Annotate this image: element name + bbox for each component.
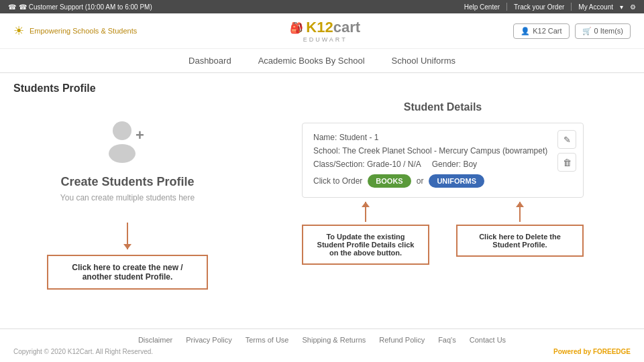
logo-k12: K12 xyxy=(306,19,333,36)
click-to-order-label: Click to Order xyxy=(313,176,362,186)
student-school: School: The Creek Planet School - Mercur… xyxy=(313,146,572,156)
help-center-link[interactable]: Help Center xyxy=(464,3,500,11)
support-text: ☎ Customer Support (10:00 AM to 6:00 PM) xyxy=(19,3,152,11)
footer: Disclaimer Privacy Policy Terms of Use S… xyxy=(0,328,644,362)
or-label: or xyxy=(417,176,424,186)
track-order-link[interactable]: Track your Order xyxy=(514,3,564,11)
footer-faq[interactable]: Faq's xyxy=(438,336,456,344)
nav-dashboard[interactable]: Dashboard xyxy=(189,56,231,66)
footer-disclaimer[interactable]: Disclaimer xyxy=(138,336,172,344)
update-callout[interactable]: To Update the existing Student Profile D… xyxy=(302,225,429,265)
arrow-down xyxy=(127,223,128,249)
top-bar-actions: Help Center Track your Order My Account … xyxy=(464,3,636,11)
logo-eduwart: EDUWART xyxy=(303,36,347,43)
student-details-panel: Student Details ✎ 🗑 Name: Student - 1 Sc… xyxy=(255,101,631,303)
arrowhead xyxy=(123,244,131,249)
svg-point-0 xyxy=(113,121,131,140)
create-profile-panel: + Create Students Profile You can create… xyxy=(13,101,241,303)
section-title: Student Details xyxy=(262,101,624,113)
cart-icon: 🛒 xyxy=(582,27,592,36)
mascot-icon: 🎒 xyxy=(290,21,303,34)
footer-terms[interactable]: Terms of Use xyxy=(246,336,289,344)
copyright: Copyright © 2020 K12Cart. All Right Rese… xyxy=(13,348,153,355)
footer-bottom: Copyright © 2020 K12Cart. All Right Rese… xyxy=(13,348,631,355)
page-title: Students Profile xyxy=(13,82,631,95)
sun-icon: ☀ xyxy=(13,23,24,38)
main-nav: Dashboard Academic Books By School Schoo… xyxy=(0,49,644,73)
content-area: + Create Students Profile You can create… xyxy=(13,101,631,303)
top-bar: ☎ ☎ Customer Support (10:00 AM to 6:00 P… xyxy=(0,0,644,13)
delete-arrow-stem xyxy=(519,202,521,222)
books-button[interactable]: BOOKS xyxy=(368,174,411,188)
student-class-gender: Class/Section: Grade-10 / N/A Gender: Bo… xyxy=(313,160,572,169)
create-callout[interactable]: Click here to create the new / another s… xyxy=(47,255,208,290)
logo-area: 🎒 K12 cart EDUWART xyxy=(290,19,360,43)
tagline: Empowering Schools & Students xyxy=(30,27,137,35)
footer-refund[interactable]: Refund Policy xyxy=(379,336,425,344)
footer-links: Disclaimer Privacy Policy Terms of Use S… xyxy=(13,336,631,344)
delete-callout[interactable]: Click here to Delete the Student Profile… xyxy=(456,225,584,257)
page-content: Students Profile + Create Students Profi… xyxy=(0,73,644,312)
nav-books-by-school[interactable]: Academic Books By School xyxy=(258,56,365,66)
student-name: Name: Student - 1 xyxy=(313,133,572,142)
logo-main: 🎒 K12 cart xyxy=(290,19,360,36)
tagline-area: ☀ Empowering Schools & Students xyxy=(13,23,137,38)
edit-button[interactable]: ✎ xyxy=(557,130,576,149)
create-subtitle: You can create multiple students here xyxy=(60,193,195,202)
delete-arrowhead xyxy=(516,202,524,207)
uniforms-button[interactable]: UNIFORMS xyxy=(429,174,484,188)
divider xyxy=(506,3,507,11)
svg-point-1 xyxy=(109,144,136,163)
card-actions: ✎ 🗑 xyxy=(557,130,576,172)
divider2 xyxy=(571,3,572,11)
chevron-icon: ▾ xyxy=(620,3,623,11)
create-title: Create Students Profile xyxy=(60,175,194,189)
update-callout-group: To Update the existing Student Profile D… xyxy=(302,202,429,265)
update-arrowhead xyxy=(362,202,370,207)
header: ☀ Empowering Schools & Students 🎒 K12 ca… xyxy=(0,13,644,49)
k12cart-button[interactable]: 👤 K12 Cart xyxy=(513,23,569,39)
student-card: ✎ 🗑 Name: Student - 1 School: The Creek … xyxy=(302,123,584,198)
nav-uniforms[interactable]: School Uniforms xyxy=(392,56,455,66)
logo: 🎒 K12 cart EDUWART xyxy=(290,19,360,43)
footer-contact[interactable]: Contact Us xyxy=(470,336,506,344)
footer-shipping[interactable]: Shipping & Returns xyxy=(302,336,366,344)
powered-brand: FOREEDGE xyxy=(593,348,631,355)
header-buttons: 👤 K12 Cart 🛒 0 Item(s) xyxy=(513,23,631,39)
phone-icon: ☎ xyxy=(8,3,16,11)
support-info: ☎ ☎ Customer Support (10:00 AM to 6:00 P… xyxy=(8,3,152,11)
delete-callout-group: Click here to Delete the Student Profile… xyxy=(456,202,584,257)
delete-button[interactable]: 🗑 xyxy=(557,153,576,172)
update-arrow-stem xyxy=(365,202,366,222)
items-label: 0 Item(s) xyxy=(594,27,623,35)
delete-icon: 🗑 xyxy=(563,158,572,168)
svg-text:+: + xyxy=(136,127,144,143)
arrow-stem xyxy=(127,223,128,249)
edit-icon: ✎ xyxy=(564,135,571,145)
cart-button[interactable]: 🛒 0 Item(s) xyxy=(575,23,631,39)
avatar-icon: + xyxy=(101,115,154,168)
logo-cart: cart xyxy=(333,19,360,36)
user-icon: 👤 xyxy=(521,27,530,36)
k12cart-label: K12 Cart xyxy=(533,27,561,35)
powered-by: Powered by FOREEDGE xyxy=(553,348,631,355)
footer-privacy[interactable]: Privacy Policy xyxy=(186,336,231,344)
settings-icon[interactable]: ⚙ xyxy=(630,3,636,11)
my-account-link[interactable]: My Account xyxy=(578,3,613,11)
order-row: Click to Order BOOKS or UNIFORMS xyxy=(313,174,572,188)
